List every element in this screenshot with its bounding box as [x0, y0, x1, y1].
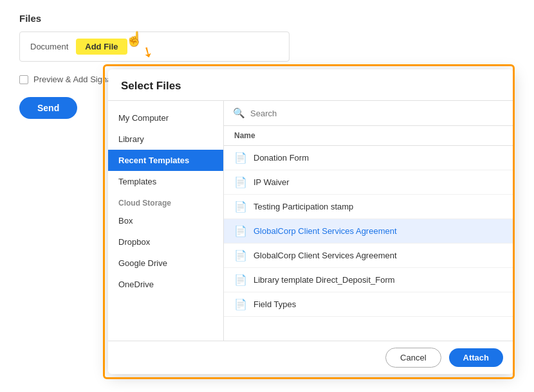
file-icon: 📄	[234, 274, 247, 286]
file-item-globalcorp-selected[interactable]: 📄 GlobalCorp Client Services Agreement	[224, 219, 513, 244]
dialog-title: Select Files	[121, 80, 181, 92]
file-item-ip-waiver[interactable]: 📄 IP Waiver	[224, 170, 513, 195]
file-name: Donation Form	[253, 153, 309, 163]
file-item-field-types[interactable]: 📄 Field Types	[224, 292, 513, 317]
file-list: 📄 Donation Form 📄 IP Waiver 📄 Testing Pa…	[224, 146, 513, 341]
sidebar-item-box[interactable]: Box	[108, 210, 223, 231]
attach-button[interactable]: Attach	[449, 348, 503, 367]
search-bar: 🔍	[224, 101, 513, 126]
file-item-library-direct-deposit[interactable]: 📄 Library template Direct_Deposit_Form	[224, 268, 513, 292]
sidebar-item-google-drive[interactable]: Google Drive	[108, 253, 223, 274]
cloud-storage-section-label: Cloud Storage	[108, 192, 223, 210]
sidebar: My Computer Library Recent Templates Tem…	[108, 101, 224, 341]
cancel-button[interactable]: Cancel	[385, 348, 441, 368]
files-section-title: Files	[19, 13, 515, 24]
add-file-button[interactable]: Add File	[76, 39, 127, 55]
dialog-body: My Computer Library Recent Templates Tem…	[108, 101, 513, 341]
dialog-footer: Cancel Attach	[108, 341, 513, 374]
file-name: GlobalCorp Client Services Agreement	[253, 226, 397, 236]
file-item-globalcorp-2[interactable]: 📄 GlobalCorp Client Services Agreement	[224, 244, 513, 268]
file-icon: 📄	[234, 225, 247, 237]
select-files-dialog: Select Files My Computer Library Recent …	[108, 69, 513, 374]
files-row: Document Add File	[19, 31, 290, 62]
sidebar-item-recent-templates[interactable]: Recent Templates	[108, 150, 223, 171]
file-name: Field Types	[253, 299, 296, 309]
main-content: 🔍 Name 📄 Donation Form 📄 IP Waiver 📄 Tes…	[224, 101, 513, 341]
file-icon: 📄	[234, 152, 247, 164]
search-icon: 🔍	[233, 107, 245, 119]
sidebar-item-templates[interactable]: Templates	[108, 171, 223, 192]
search-input[interactable]	[250, 109, 504, 118]
file-item-donation-form[interactable]: 📄 Donation Form	[224, 146, 513, 170]
sidebar-item-dropbox[interactable]: Dropbox	[108, 231, 223, 253]
dialog-header: Select Files	[108, 69, 513, 101]
file-name: GlobalCorp Client Services Agreement	[253, 251, 397, 260]
sidebar-item-onedrive[interactable]: OneDrive	[108, 274, 223, 295]
file-icon: 📄	[234, 298, 247, 310]
file-name: IP Waiver	[253, 177, 290, 187]
document-label: Document	[30, 42, 68, 51]
file-name: Testing Participation stamp	[253, 202, 353, 211]
preview-checkbox[interactable]	[19, 75, 28, 84]
sidebar-item-library[interactable]: Library	[108, 129, 223, 150]
file-icon: 📄	[234, 249, 247, 262]
send-button[interactable]: Send	[19, 97, 77, 119]
preview-label: Preview & Add Signa	[33, 75, 111, 84]
file-name: Library template Direct_Deposit_Form	[253, 275, 395, 285]
file-item-testing-participation[interactable]: 📄 Testing Participation stamp	[224, 195, 513, 219]
file-list-header: Name	[224, 126, 513, 146]
sidebar-item-my-computer[interactable]: My Computer	[108, 107, 223, 129]
file-icon: 📄	[234, 176, 247, 188]
file-icon: 📄	[234, 200, 247, 213]
